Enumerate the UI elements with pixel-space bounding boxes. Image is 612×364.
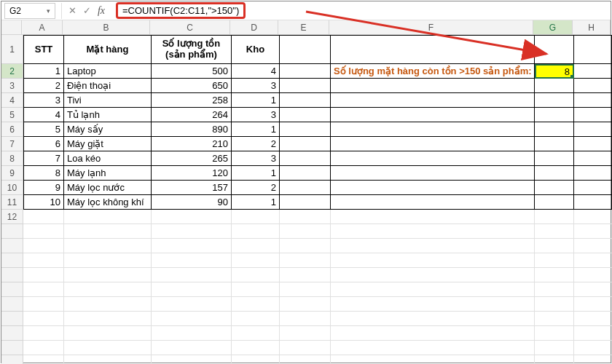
cell-12-G[interactable] xyxy=(535,210,574,224)
cell-16-D[interactable] xyxy=(232,268,280,282)
cell-14-G[interactable] xyxy=(535,239,574,253)
row-header-14[interactable] xyxy=(1,239,23,253)
cell-5-H[interactable] xyxy=(574,108,612,122)
cell-20-H[interactable] xyxy=(574,326,612,341)
cell-21-B[interactable] xyxy=(64,341,152,355)
cell-14-A[interactable] xyxy=(23,239,64,253)
cell-14-F[interactable] xyxy=(331,239,535,253)
cell-stt-7[interactable]: 6 xyxy=(23,137,64,151)
cell-20-A[interactable] xyxy=(23,326,64,341)
cell-so-luong-2[interactable]: 500 xyxy=(152,64,232,79)
cell-8-G[interactable] xyxy=(535,151,574,166)
cell-14-C[interactable] xyxy=(152,239,232,253)
column-header-F[interactable]: F xyxy=(329,20,533,34)
cell-18-C[interactable] xyxy=(152,297,232,312)
cell-15-E[interactable] xyxy=(280,253,331,268)
cell-17-B[interactable] xyxy=(64,282,152,297)
cell-stt-8[interactable]: 7 xyxy=(23,151,64,166)
cell-6-E[interactable] xyxy=(280,122,331,137)
cell-12-B[interactable] xyxy=(64,210,152,224)
cell-15-C[interactable] xyxy=(152,253,232,268)
row-header-16[interactable] xyxy=(1,268,23,282)
cell-mat-hang-4[interactable]: Tivi xyxy=(64,93,152,108)
cell-11-E[interactable] xyxy=(280,195,331,210)
cell-18-D[interactable] xyxy=(232,297,280,312)
cell-stt-4[interactable]: 3 xyxy=(23,93,64,108)
cell-stt-3[interactable]: 2 xyxy=(23,79,64,93)
cell-14-E[interactable] xyxy=(280,239,331,253)
cell-20-D[interactable] xyxy=(232,326,280,341)
cell-12-A[interactable] xyxy=(23,210,64,224)
cell-20-B[interactable] xyxy=(64,326,152,341)
cell-17-D[interactable] xyxy=(232,282,280,297)
row-header-8[interactable]: 8 xyxy=(1,151,23,166)
row-header-9[interactable]: 9 xyxy=(1,166,23,181)
row-header-21[interactable] xyxy=(1,341,23,355)
cell-mat-hang-3[interactable]: Điện thoại xyxy=(64,79,152,93)
cell-1-F[interactable] xyxy=(331,35,535,64)
cell-6-G[interactable] xyxy=(535,122,574,137)
cell-22-G[interactable] xyxy=(535,355,574,364)
cell-stt-11[interactable]: 10 xyxy=(23,195,64,210)
cell-18-E[interactable] xyxy=(280,297,331,312)
cell-14-B[interactable] xyxy=(64,239,152,253)
cell-5-F[interactable] xyxy=(331,108,535,122)
cell-13-G[interactable] xyxy=(535,224,574,239)
cell-7-E[interactable] xyxy=(280,137,331,151)
column-header-D[interactable]: D xyxy=(230,20,278,34)
cell-17-H[interactable] xyxy=(574,282,612,297)
cell-15-B[interactable] xyxy=(64,253,152,268)
cell-13-B[interactable] xyxy=(64,224,152,239)
cell-mat-hang-6[interactable]: Máy sấy xyxy=(64,122,152,137)
cell-22-C[interactable] xyxy=(152,355,232,364)
confirm-icon[interactable]: ✓ xyxy=(79,4,94,18)
cell-21-E[interactable] xyxy=(280,341,331,355)
column-header-A[interactable]: A xyxy=(22,20,63,34)
chevron-down-icon[interactable]: ▾ xyxy=(47,7,50,15)
cell-stt-6[interactable]: 5 xyxy=(23,122,64,137)
cell-18-B[interactable] xyxy=(64,297,152,312)
cell-17-A[interactable] xyxy=(23,282,64,297)
cell-7-F[interactable] xyxy=(331,137,535,151)
cell-so-luong-11[interactable]: 90 xyxy=(152,195,232,210)
cell-11-H[interactable] xyxy=(574,195,612,210)
cell-22-H[interactable] xyxy=(574,355,612,364)
cell-12-F[interactable] xyxy=(331,210,535,224)
row-header-6[interactable]: 6 xyxy=(1,122,23,137)
cell-8-F[interactable] xyxy=(331,151,535,166)
row-header-18[interactable] xyxy=(1,297,23,312)
cell-13-H[interactable] xyxy=(574,224,612,239)
cell-15-G[interactable] xyxy=(535,253,574,268)
cell-19-D[interactable] xyxy=(232,312,280,326)
cell-kho-7[interactable]: 2 xyxy=(232,137,280,151)
cell-9-F[interactable] xyxy=(331,166,535,181)
cell-20-E[interactable] xyxy=(280,326,331,341)
cell-19-B[interactable] xyxy=(64,312,152,326)
cell-21-D[interactable] xyxy=(232,341,280,355)
cell-9-H[interactable] xyxy=(574,166,612,181)
cell-19-G[interactable] xyxy=(535,312,574,326)
row-header-20[interactable] xyxy=(1,326,23,341)
cell-18-G[interactable] xyxy=(535,297,574,312)
cell-kho-8[interactable]: 3 xyxy=(232,151,280,166)
cell-12-E[interactable] xyxy=(280,210,331,224)
row-header-5[interactable]: 5 xyxy=(1,108,23,122)
row-header-3[interactable]: 3 xyxy=(1,79,23,93)
cell-17-C[interactable] xyxy=(152,282,232,297)
cell-kho-2[interactable]: 4 xyxy=(232,64,280,79)
cell-so-luong-7[interactable]: 210 xyxy=(152,137,232,151)
row-header-22[interactable] xyxy=(1,355,23,364)
cell-9-E[interactable] xyxy=(280,166,331,181)
cell-20-F[interactable] xyxy=(331,326,535,341)
cell-19-H[interactable] xyxy=(574,312,612,326)
cell-16-E[interactable] xyxy=(280,268,331,282)
cell-2-H[interactable] xyxy=(574,64,612,79)
cell-19-E[interactable] xyxy=(280,312,331,326)
cell-so-luong-9[interactable]: 120 xyxy=(152,166,232,181)
cell-17-E[interactable] xyxy=(280,282,331,297)
cell-2-E[interactable] xyxy=(280,64,331,79)
cell-16-G[interactable] xyxy=(535,268,574,282)
cell-15-D[interactable] xyxy=(232,253,280,268)
cell-kho-11[interactable]: 1 xyxy=(232,195,280,210)
cell-9-G[interactable] xyxy=(535,166,574,181)
